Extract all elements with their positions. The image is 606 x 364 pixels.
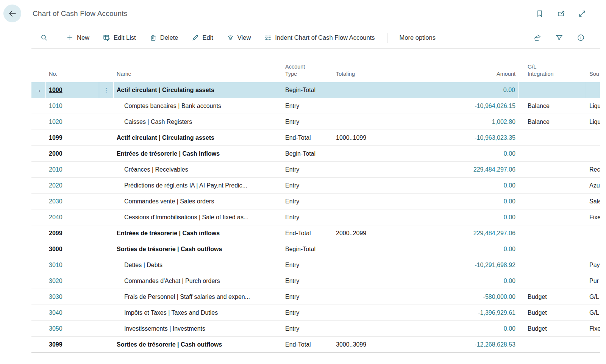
amount-link[interactable]: 0.00 — [504, 150, 515, 157]
account-no-cell: 1000 — [46, 82, 99, 98]
row-options-cell: ⋮ — [99, 289, 114, 305]
edit-list-button[interactable]: Edit List — [102, 32, 137, 44]
amount-link[interactable]: 0.00 — [503, 87, 515, 94]
table-row[interactable]: → 2010 ⋮ Créances | Receivables Entry 22… — [31, 162, 600, 178]
account-no-link[interactable]: 2040 — [49, 214, 62, 221]
account-no-cell: 3030 — [46, 289, 99, 305]
toolbar-divider — [387, 33, 387, 43]
more-options-button[interactable]: More options — [399, 32, 436, 44]
delete-button[interactable]: Delete — [149, 32, 179, 44]
table-row[interactable]: → 3030 ⋮ Frais de Personnel | Staff sala… — [31, 289, 600, 305]
search-button[interactable] — [40, 32, 48, 44]
amount-link[interactable]: -10,963,023.35 — [475, 134, 515, 141]
account-name: Frais de Personnel | Staff salaries and … — [114, 289, 282, 305]
filter-icon[interactable] — [555, 34, 563, 42]
amount-link[interactable]: 0.00 — [504, 198, 515, 205]
account-no-link[interactable]: 3030 — [49, 294, 62, 300]
col-totaling[interactable]: Totaling — [333, 70, 391, 82]
gl-integration-value — [519, 257, 586, 273]
page-title: Chart of Cash Flow Accounts — [33, 9, 127, 18]
amount-link[interactable]: 0.00 — [504, 278, 515, 284]
new-button[interactable]: New — [66, 32, 90, 44]
account-no-cell: 2020 — [46, 178, 99, 193]
new-button-label: New — [77, 34, 89, 41]
account-no-link[interactable]: 2099 — [49, 230, 62, 237]
account-no-link[interactable]: 1000 — [49, 87, 62, 94]
amount-link[interactable]: 229,484,297.06 — [473, 166, 515, 173]
table-row[interactable]: → 3040 ⋮ Impôts et Taxes | Taxes and Dut… — [31, 305, 600, 321]
amount-link[interactable]: -1,396,929.61 — [478, 309, 515, 316]
table-row[interactable]: → 1020 ⋮ Caisses | Cash Registers Entry … — [31, 114, 600, 130]
table-row[interactable]: → 2000 ⋮ Entrées de trésorerie | Cash in… — [31, 146, 600, 162]
share-icon[interactable] — [534, 34, 542, 42]
col-source[interactable]: Sou — [586, 70, 600, 82]
account-type: Begin-Total — [282, 146, 333, 161]
amount-link[interactable]: 229,484,297.06 — [473, 230, 515, 237]
source-value — [586, 82, 600, 98]
amount-cell: -580,000.00 — [391, 289, 519, 305]
kebab-menu-icon[interactable]: ⋮ — [103, 87, 109, 94]
table-row[interactable]: → 1000 ⋮ Actif circulant | Circulating a… — [31, 82, 600, 98]
table-row[interactable]: → 3010 ⋮ Dettes | Debts Entry -10,291,69… — [31, 257, 600, 273]
table-row[interactable]: → 3000 ⋮ Sorties de trésorerie | Cash ou… — [31, 241, 600, 257]
indent-chart-button[interactable]: Indent Chart of Cash Flow Accounts — [264, 32, 375, 44]
account-name: Impôts et Taxes | Taxes and Duties — [114, 305, 282, 320]
amount-link[interactable]: 0.00 — [504, 325, 515, 332]
col-account-type[interactable]: Account Type — [282, 63, 316, 82]
account-no-cell: 2040 — [46, 209, 99, 225]
amount-link[interactable]: -10,291,698.92 — [475, 262, 515, 269]
account-no-link[interactable]: 3040 — [49, 309, 62, 316]
account-no-link[interactable]: 3010 — [49, 262, 62, 269]
amount-cell: 1,002.80 — [391, 114, 519, 130]
amount-link[interactable]: 0.00 — [504, 182, 515, 189]
amount-link[interactable]: -10,964,026.15 — [475, 103, 515, 109]
back-button[interactable] — [3, 5, 21, 22]
amount-cell: 0.00 — [391, 194, 519, 209]
col-gl-integration[interactable]: G/L Integration — [519, 63, 553, 82]
page-header: Chart of Cash Flow Accounts — [0, 0, 606, 27]
view-button[interactable]: View — [226, 32, 251, 44]
account-no-link[interactable]: 3050 — [49, 325, 62, 332]
col-name[interactable]: Name — [114, 70, 282, 82]
amount-link[interactable]: 1,002.80 — [492, 119, 515, 125]
account-no-link[interactable]: 1010 — [49, 103, 62, 109]
table-row[interactable]: → 3020 ⋮ Commandes d'Achat | Purch order… — [31, 273, 600, 289]
table-row[interactable]: → 2030 ⋮ Commandes vente | Sales orders … — [31, 194, 600, 209]
account-type: Begin-Total — [282, 241, 333, 257]
account-no-link[interactable]: 3000 — [49, 246, 62, 253]
col-no[interactable]: No. — [46, 70, 99, 82]
row-options-cell: ⋮ — [99, 273, 114, 289]
table-row[interactable]: → 1010 ⋮ Comptes bancaires | Bank accoun… — [31, 98, 600, 114]
totaling-value — [333, 146, 391, 161]
totaling-value — [333, 305, 391, 320]
info-icon[interactable] — [577, 34, 585, 42]
amount-link[interactable]: 0.00 — [504, 246, 515, 253]
account-no-link[interactable]: 2010 — [49, 166, 62, 173]
amount-link[interactable]: -12,268,628.53 — [475, 341, 515, 348]
account-no-link[interactable]: 2030 — [49, 198, 62, 205]
table-row[interactable]: → 3099 ⋮ Sorties de trésorerie | Cash ou… — [31, 337, 600, 353]
amount-link[interactable]: 0.00 — [504, 214, 515, 221]
account-no-link[interactable]: 3020 — [49, 278, 62, 284]
account-no-link[interactable]: 3099 — [49, 341, 62, 348]
open-in-new-window-icon[interactable] — [557, 9, 565, 18]
row-indicator-cell: → — [31, 82, 46, 98]
account-no-link[interactable]: 2020 — [49, 182, 62, 189]
table-row[interactable]: → 2040 ⋮ Cessions d'Immobilisations | Sa… — [31, 209, 600, 225]
account-no-link[interactable]: 1020 — [49, 119, 62, 125]
amount-link[interactable]: -580,000.00 — [483, 294, 515, 300]
source-value — [586, 241, 600, 257]
amount-cell: -10,291,698.92 — [391, 257, 519, 273]
table-row[interactable]: → 3050 ⋮ Investissements | Investments E… — [31, 321, 600, 337]
account-no-link[interactable]: 2000 — [49, 150, 62, 157]
bookmark-icon[interactable] — [536, 9, 544, 18]
table-row[interactable]: → 1099 ⋮ Actif circulant | Circulating a… — [31, 130, 600, 146]
expand-icon[interactable] — [578, 9, 586, 18]
table-row[interactable]: → 2020 ⋮ Prédictions de régl.ents IA | A… — [31, 178, 600, 194]
table-row[interactable]: → 2099 ⋮ Entrées de trésorerie | Cash in… — [31, 225, 600, 241]
edit-button[interactable]: Edit — [191, 32, 214, 44]
account-no-cell: 2000 — [46, 146, 99, 161]
account-type: Begin-Total — [282, 82, 333, 98]
col-amount[interactable]: Amount — [391, 70, 519, 82]
account-no-link[interactable]: 1099 — [49, 134, 62, 141]
